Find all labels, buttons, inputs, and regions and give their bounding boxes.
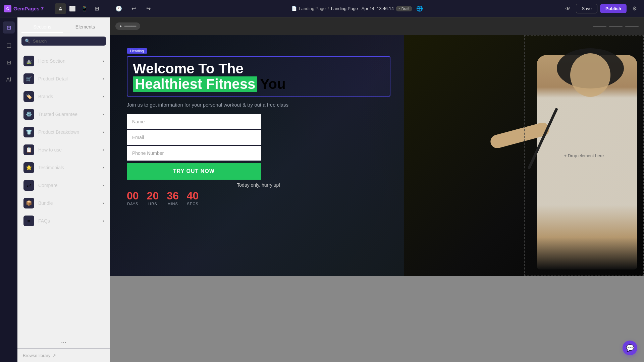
sidebar-item-faqs[interactable]: ≡ FAQs ›	[19, 212, 108, 230]
bundle-label: Bundle	[38, 200, 99, 206]
testimonials-icon: ⭐	[23, 162, 34, 173]
hero-title-line1: Welcome To The	[133, 61, 384, 76]
trusted-guarantee-icon: ⚙️	[23, 109, 34, 120]
breadcrumb-current: Landing Page - Apr 14, 13:46:14	[331, 6, 394, 11]
browse-library: Browse library ↗	[17, 349, 110, 362]
sidebar-item-product-detail[interactable]: 🛒 Product Detail ›	[19, 70, 108, 87]
history-btn[interactable]: 🕐	[113, 3, 124, 14]
canvas-dash-3	[625, 26, 639, 27]
how-to-use-icon: 📋	[23, 144, 34, 155]
countdown-hrs: 20 HRS	[147, 190, 159, 206]
page-canvas: Heading Welcome To The Healthiest Fitnes…	[110, 35, 644, 276]
hero-section-label: Hero Section	[38, 58, 99, 64]
hero-title-line2: Healthiest Fitness You	[133, 76, 384, 92]
external-link-icon: ↗	[52, 353, 56, 358]
bundle-arrow: ›	[103, 201, 104, 205]
hero-section-icon: ⛰️	[23, 56, 34, 66]
heading-badge: Heading	[127, 48, 147, 54]
browse-library-label: Browse library	[23, 353, 50, 358]
device-switcher: 🖥 ⬜ 📱 ⊞	[55, 3, 102, 14]
preview-btn[interactable]: 👁	[562, 3, 573, 14]
browse-library-link[interactable]: Browse library ↗	[23, 353, 105, 358]
compare-label: Compare	[38, 183, 99, 188]
settings-btn[interactable]: ⚙	[629, 3, 640, 14]
mobile-view-btn[interactable]: 📱	[79, 3, 90, 14]
testimonials-label: Testimonials	[38, 165, 99, 170]
topbar: G GemPages 7 🖥 ⬜ 📱 ⊞ 🕐 ↩ ↪ 📄 Landing Pag…	[0, 0, 644, 17]
search-icon: 🔍	[25, 39, 30, 44]
redo-btn[interactable]: ↪	[143, 3, 154, 14]
countdown-hrs-label: HRS	[148, 202, 157, 206]
brands-icon: 🏷️	[23, 91, 34, 102]
heading-box[interactable]: Welcome To The Healthiest Fitness You	[127, 56, 390, 97]
phone-input[interactable]	[127, 146, 261, 162]
sidebar-sections-icon[interactable]: ⊞	[3, 21, 15, 34]
page-settings-btn[interactable]: 🌐	[414, 3, 425, 14]
email-input[interactable]	[127, 130, 261, 146]
tab-sections[interactable]: Sections	[21, 21, 63, 33]
hero-section-arrow: ›	[103, 59, 104, 63]
countdown-mins: 36 MINS	[167, 190, 179, 206]
tab-elements[interactable]: Elements	[64, 21, 106, 33]
how-to-use-arrow: ›	[103, 147, 104, 152]
compare-icon: ⇄	[23, 180, 34, 191]
canvas-area: ● ━━━━━ Heading Welcome To The	[110, 17, 644, 362]
testimonials-arrow: ›	[103, 165, 104, 170]
sidebar-layers-icon[interactable]: ◫	[3, 39, 15, 51]
countdown-secs: 40 SECS	[187, 190, 199, 206]
product-detail-icon: 🛒	[23, 73, 34, 84]
product-breakdown-label: Product Breakdown	[38, 129, 99, 135]
sidebar-item-bundle[interactable]: 📦 Bundle ›	[19, 194, 108, 212]
countdown-secs-value: 40	[187, 190, 199, 201]
countdown-mins-value: 36	[167, 190, 179, 201]
undo-btn[interactable]: ↩	[128, 3, 139, 14]
topbar-divider2	[108, 4, 108, 13]
brands-arrow: ›	[103, 94, 104, 99]
app-logo: G GemPages 7	[4, 5, 44, 12]
page-icon: 📄	[291, 6, 297, 11]
publish-button[interactable]: Publish	[600, 4, 627, 13]
sidebar-main: Sections Elements 🔍 ⛰️ Hero Section › �	[17, 17, 110, 362]
canvas-tab-pill: ● ━━━━━	[115, 22, 140, 30]
more-sections-btn[interactable]: ···	[17, 336, 110, 349]
canvas-top-bar: ● ━━━━━	[110, 17, 644, 35]
desktop-view-btn[interactable]: 🖥	[55, 3, 66, 14]
countdown-days-value: 00	[127, 190, 139, 201]
countdown-mins-label: MINS	[167, 202, 178, 206]
product-breakdown-icon: 👕	[23, 127, 34, 137]
sidebar-pages-icon[interactable]: ⊟	[3, 56, 15, 68]
tablet-view-btn[interactable]: ⬜	[67, 3, 78, 14]
save-button[interactable]: Save	[576, 4, 597, 13]
sidebar-item-hero-section[interactable]: ⛰️ Hero Section ›	[19, 52, 108, 70]
hero-subtitle: Join us to get information for your pers…	[127, 102, 390, 108]
sidebar-item-product-breakdown[interactable]: 👕 Product Breakdown ›	[19, 123, 108, 141]
countdown-days: 00 DAYS	[127, 190, 139, 206]
sidebar-item-how-to-use[interactable]: 📋 How to use ›	[19, 141, 108, 159]
sidebar-item-brands[interactable]: 🏷️ Brands ›	[19, 88, 108, 105]
search-input[interactable]	[33, 39, 103, 44]
sidebar-search-container: 🔍	[17, 33, 110, 49]
canvas-pill-bar: ━━━━━	[124, 24, 136, 28]
sidebar-item-testimonials[interactable]: ⭐ Testimonials ›	[19, 159, 108, 176]
cta-button[interactable]: TRY OUT NOW	[127, 163, 261, 180]
faqs-label: FAQs	[38, 218, 99, 224]
drop-zone[interactable]: + Drop element here	[524, 35, 644, 276]
breadcrumb-sep: /	[328, 6, 329, 11]
breadcrumb-parent[interactable]: Landing Page	[299, 6, 326, 11]
countdown-days-label: DAYS	[127, 202, 138, 206]
chat-button[interactable]: 💬	[623, 341, 637, 355]
sidebar-item-trusted-guarantee[interactable]: ⚙️ Trusted Guarantee ›	[19, 106, 108, 123]
faqs-arrow: ›	[103, 219, 104, 223]
custom-view-btn[interactable]: ⊞	[91, 3, 102, 14]
sidebar-item-compare[interactable]: ⇄ Compare ›	[19, 177, 108, 194]
product-breakdown-arrow: ›	[103, 130, 104, 134]
sidebar-ai-icon[interactable]: AI	[3, 74, 15, 86]
topbar-actions: 👁 Save Publish ⚙	[562, 3, 640, 14]
name-input[interactable]	[127, 114, 261, 130]
hero-right-column: + Drop element here	[404, 35, 644, 276]
countdown-secs-label: SECS	[187, 202, 199, 206]
hero-title-rest: You	[260, 76, 285, 92]
trusted-guarantee-arrow: ›	[103, 112, 104, 117]
drop-zone-label: + Drop element here	[564, 153, 604, 158]
canvas-pill-dot[interactable]: ●	[119, 24, 122, 28]
